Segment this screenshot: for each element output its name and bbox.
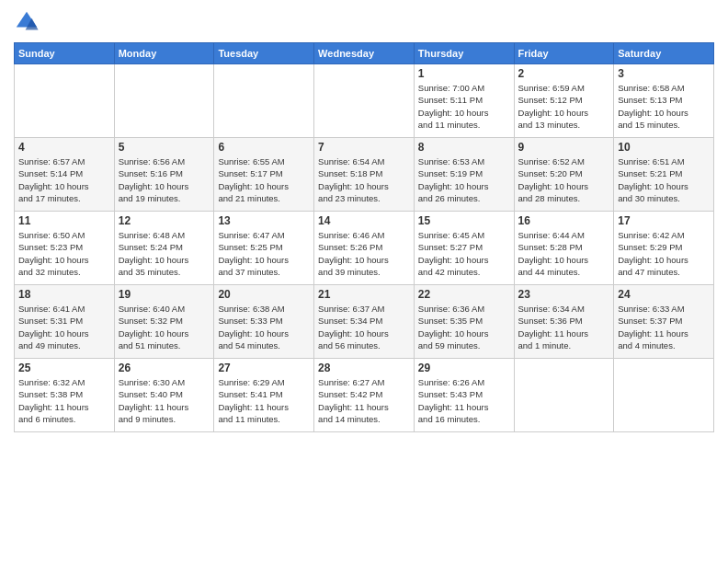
calendar-cell: 15Sunrise: 6:45 AM Sunset: 5:27 PM Dayli…: [414, 212, 514, 285]
calendar-day-header: Tuesday: [214, 43, 314, 64]
day-number: 8: [418, 141, 510, 154]
day-number: 12: [119, 214, 210, 227]
calendar-cell: [15, 64, 115, 138]
header: [14, 9, 714, 35]
day-number: 1: [418, 67, 510, 80]
day-number: 27: [218, 362, 310, 374]
day-number: 15: [418, 214, 510, 227]
logo: [14, 9, 43, 35]
calendar-cell: 2Sunrise: 6:59 AM Sunset: 5:12 PM Daylig…: [514, 64, 614, 138]
calendar-week-row: 4Sunrise: 6:57 AM Sunset: 5:14 PM Daylig…: [15, 138, 714, 212]
calendar-cell: 5Sunrise: 6:56 AM Sunset: 5:16 PM Daylig…: [114, 138, 214, 212]
day-number: 16: [518, 214, 610, 227]
calendar-cell: 25Sunrise: 6:32 AM Sunset: 5:38 PM Dayli…: [15, 359, 115, 432]
calendar-cell: 7Sunrise: 6:54 AM Sunset: 5:18 PM Daylig…: [314, 138, 415, 212]
calendar-cell: 3Sunrise: 6:58 AM Sunset: 5:13 PM Daylig…: [614, 64, 714, 138]
day-info: Sunrise: 6:44 AM Sunset: 5:28 PM Dayligh…: [518, 229, 610, 278]
day-number: 13: [218, 214, 310, 227]
calendar-cell: 23Sunrise: 6:34 AM Sunset: 5:36 PM Dayli…: [514, 285, 614, 359]
day-info: Sunrise: 7:00 AM Sunset: 5:11 PM Dayligh…: [418, 82, 510, 131]
day-info: Sunrise: 6:55 AM Sunset: 5:17 PM Dayligh…: [218, 155, 310, 204]
calendar-cell: 8Sunrise: 6:53 AM Sunset: 5:19 PM Daylig…: [414, 138, 514, 212]
day-number: 17: [618, 214, 710, 227]
day-info: Sunrise: 6:27 AM Sunset: 5:42 PM Dayligh…: [318, 376, 410, 425]
calendar-week-row: 25Sunrise: 6:32 AM Sunset: 5:38 PM Dayli…: [15, 359, 714, 432]
day-number: 5: [119, 141, 210, 154]
calendar-cell: [114, 64, 214, 138]
day-number: 22: [418, 288, 510, 301]
day-info: Sunrise: 6:58 AM Sunset: 5:13 PM Dayligh…: [618, 82, 710, 131]
calendar-cell: 20Sunrise: 6:38 AM Sunset: 5:33 PM Dayli…: [214, 285, 314, 359]
day-number: 21: [318, 288, 410, 301]
day-number: 20: [218, 288, 310, 301]
calendar-cell: 27Sunrise: 6:29 AM Sunset: 5:41 PM Dayli…: [214, 359, 314, 432]
calendar-cell: [614, 359, 714, 432]
calendar-cell: [214, 64, 314, 138]
calendar-table: SundayMondayTuesdayWednesdayThursdayFrid…: [14, 42, 714, 432]
calendar-cell: 12Sunrise: 6:48 AM Sunset: 5:24 PM Dayli…: [114, 212, 214, 285]
day-info: Sunrise: 6:37 AM Sunset: 5:34 PM Dayligh…: [318, 303, 410, 351]
day-number: 29: [418, 362, 510, 374]
calendar-cell: 10Sunrise: 6:51 AM Sunset: 5:21 PM Dayli…: [614, 138, 714, 212]
calendar-day-header: Thursday: [414, 43, 514, 64]
day-number: 19: [119, 288, 210, 301]
day-number: 2: [518, 67, 610, 80]
calendar-cell: 13Sunrise: 6:47 AM Sunset: 5:25 PM Dayli…: [214, 212, 314, 285]
calendar-cell: 18Sunrise: 6:41 AM Sunset: 5:31 PM Dayli…: [15, 285, 115, 359]
calendar-cell: 21Sunrise: 6:37 AM Sunset: 5:34 PM Dayli…: [314, 285, 415, 359]
day-info: Sunrise: 6:41 AM Sunset: 5:31 PM Dayligh…: [18, 303, 110, 351]
calendar-cell: 14Sunrise: 6:46 AM Sunset: 5:26 PM Dayli…: [314, 212, 415, 285]
page: SundayMondayTuesdayWednesdayThursdayFrid…: [0, 0, 728, 563]
day-number: 26: [119, 362, 210, 374]
day-info: Sunrise: 6:32 AM Sunset: 5:38 PM Dayligh…: [18, 376, 110, 425]
day-number: 9: [518, 141, 610, 154]
day-info: Sunrise: 6:34 AM Sunset: 5:36 PM Dayligh…: [518, 303, 610, 351]
calendar-cell: [514, 359, 614, 432]
day-info: Sunrise: 6:46 AM Sunset: 5:26 PM Dayligh…: [318, 229, 410, 278]
day-info: Sunrise: 6:52 AM Sunset: 5:20 PM Dayligh…: [518, 155, 610, 204]
calendar-week-row: 11Sunrise: 6:50 AM Sunset: 5:23 PM Dayli…: [15, 212, 714, 285]
calendar-cell: 4Sunrise: 6:57 AM Sunset: 5:14 PM Daylig…: [15, 138, 115, 212]
day-number: 10: [618, 141, 710, 154]
day-number: 25: [18, 362, 110, 374]
calendar-cell: [314, 64, 415, 138]
day-number: 23: [518, 288, 610, 301]
calendar-header-row: SundayMondayTuesdayWednesdayThursdayFrid…: [15, 43, 714, 64]
day-number: 6: [218, 141, 310, 154]
calendar-header: SundayMondayTuesdayWednesdayThursdayFrid…: [15, 43, 714, 64]
day-info: Sunrise: 6:36 AM Sunset: 5:35 PM Dayligh…: [418, 303, 510, 351]
calendar-cell: 17Sunrise: 6:42 AM Sunset: 5:29 PM Dayli…: [614, 212, 714, 285]
day-info: Sunrise: 6:51 AM Sunset: 5:21 PM Dayligh…: [618, 155, 710, 204]
calendar-day-header: Saturday: [614, 43, 714, 64]
day-info: Sunrise: 6:48 AM Sunset: 5:24 PM Dayligh…: [119, 229, 210, 278]
day-info: Sunrise: 6:33 AM Sunset: 5:37 PM Dayligh…: [618, 303, 710, 351]
day-number: 7: [318, 141, 410, 154]
day-info: Sunrise: 6:54 AM Sunset: 5:18 PM Dayligh…: [318, 155, 410, 204]
calendar-body: 1Sunrise: 7:00 AM Sunset: 5:11 PM Daylig…: [15, 64, 714, 432]
day-info: Sunrise: 6:56 AM Sunset: 5:16 PM Dayligh…: [119, 155, 210, 204]
calendar-week-row: 1Sunrise: 7:00 AM Sunset: 5:11 PM Daylig…: [15, 64, 714, 138]
calendar-day-header: Monday: [114, 43, 214, 64]
day-info: Sunrise: 6:30 AM Sunset: 5:40 PM Dayligh…: [119, 376, 210, 425]
calendar-day-header: Friday: [514, 43, 614, 64]
day-number: 11: [18, 214, 110, 227]
day-info: Sunrise: 6:47 AM Sunset: 5:25 PM Dayligh…: [218, 229, 310, 278]
day-number: 3: [618, 67, 710, 80]
calendar-cell: 28Sunrise: 6:27 AM Sunset: 5:42 PM Dayli…: [314, 359, 415, 432]
calendar-cell: 16Sunrise: 6:44 AM Sunset: 5:28 PM Dayli…: [514, 212, 614, 285]
day-info: Sunrise: 6:29 AM Sunset: 5:41 PM Dayligh…: [218, 376, 310, 425]
day-info: Sunrise: 6:53 AM Sunset: 5:19 PM Dayligh…: [418, 155, 510, 204]
calendar-cell: 22Sunrise: 6:36 AM Sunset: 5:35 PM Dayli…: [414, 285, 514, 359]
day-info: Sunrise: 6:38 AM Sunset: 5:33 PM Dayligh…: [218, 303, 310, 351]
day-number: 28: [318, 362, 410, 374]
calendar-cell: 29Sunrise: 6:26 AM Sunset: 5:43 PM Dayli…: [414, 359, 514, 432]
calendar-cell: 19Sunrise: 6:40 AM Sunset: 5:32 PM Dayli…: [114, 285, 214, 359]
day-info: Sunrise: 6:40 AM Sunset: 5:32 PM Dayligh…: [119, 303, 210, 351]
day-info: Sunrise: 6:45 AM Sunset: 5:27 PM Dayligh…: [418, 229, 510, 278]
day-number: 18: [18, 288, 110, 301]
calendar-cell: 1Sunrise: 7:00 AM Sunset: 5:11 PM Daylig…: [414, 64, 514, 138]
day-number: 4: [18, 141, 110, 154]
calendar-week-row: 18Sunrise: 6:41 AM Sunset: 5:31 PM Dayli…: [15, 285, 714, 359]
day-number: 24: [618, 288, 710, 301]
day-info: Sunrise: 6:50 AM Sunset: 5:23 PM Dayligh…: [18, 229, 110, 278]
